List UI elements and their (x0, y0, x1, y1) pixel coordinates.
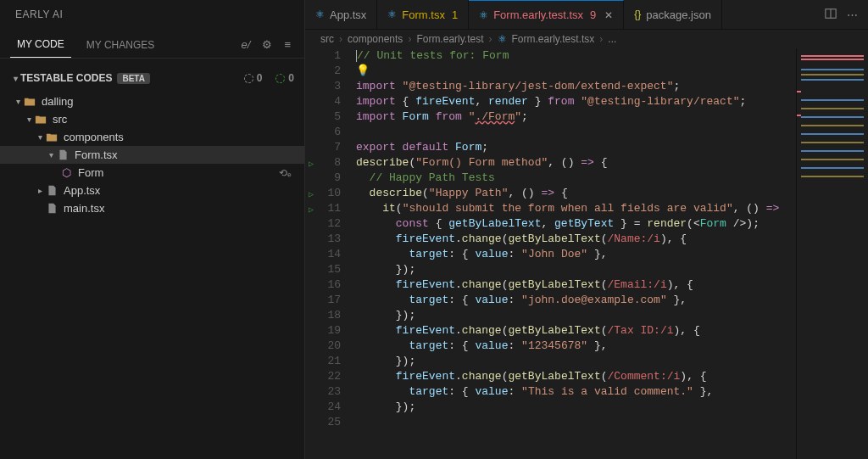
code-line[interactable]: target: { value: "12345678" }, (356, 339, 868, 354)
tab-my-changes[interactable]: MY CHANGES (80, 32, 161, 58)
run-test-icon (305, 371, 317, 386)
tree-label: main.tsx (64, 202, 104, 215)
line-number: 14 (317, 247, 341, 262)
line-number-gutter: 1234567891011121314151617181920212223242… (317, 48, 351, 459)
line-number: 2 (317, 64, 341, 79)
breadcrumb-item[interactable]: Form.early.test.tsx (512, 33, 595, 45)
close-icon[interactable]: ✕ (604, 9, 613, 21)
code-line[interactable]: import "@testing-library/jest-dom/extend… (356, 79, 868, 94)
code-line[interactable]: target: { value: "john.doe@example.com" … (356, 293, 868, 308)
tree-folder-components[interactable]: ▾ components (0, 128, 304, 146)
tab-form-early-test[interactable]: ⚛ Form.early.test.tsx 9 ✕ (469, 0, 624, 29)
line-number: 24 (317, 400, 341, 415)
code-editor[interactable]: ▷▷▷ 123456789101112131415161718192021222… (305, 48, 868, 459)
chevron-right-icon: ▸ (35, 186, 45, 195)
code-content[interactable]: // Unit tests for: Form💡import "@testing… (351, 48, 868, 459)
file-icon (56, 149, 70, 160)
line-number: 25 (317, 415, 341, 430)
tree-file-main-tsx[interactable]: main.tsx (0, 199, 304, 217)
code-line[interactable]: target: { value: "This is a valid commen… (356, 384, 868, 400)
breadcrumb-item[interactable]: src (320, 33, 334, 45)
code-line[interactable]: const { getByLabelText, getByText } = re… (356, 216, 868, 232)
section-header-testable[interactable]: ▾ TESTABLE CODES BETA 0 0 (0, 65, 304, 91)
code-line[interactable]: fireEvent.change(getByLabelText(/Comment… (356, 369, 868, 384)
code-line[interactable]: }); (356, 400, 868, 415)
sidebar-tabs: MY CODE MY CHANGES e/ ⚙ ≡ (0, 27, 304, 59)
tree-label: components (64, 131, 124, 143)
line-number: 7 (317, 140, 341, 155)
menu-icon[interactable]: ≡ (284, 38, 291, 51)
extension-sidebar: EARLY AI MY CODE MY CHANGES e/ ⚙ ≡ ▾ TES… (0, 0, 305, 459)
code-line[interactable]: export default Form; (356, 140, 868, 155)
breadcrumbs[interactable]: src› components› Form.early.test› ⚛ Form… (305, 30, 868, 48)
code-line[interactable]: fireEvent.change(getByLabelText(/Email:/… (356, 277, 868, 293)
split-editor-icon[interactable] (825, 8, 837, 22)
folder-icon (23, 96, 36, 108)
tree-file-form-tsx[interactable]: ▾ Form.tsx (0, 146, 304, 164)
progress-circle-icon (244, 74, 253, 83)
code-line[interactable]: import { fireEvent, render } from "@test… (356, 94, 868, 109)
line-number: 16 (317, 277, 341, 293)
code-line[interactable]: fireEvent.change(getByLabelText(/Name:/i… (356, 232, 868, 247)
chevron-down-icon: ▾ (10, 74, 20, 83)
run-test-icon (305, 386, 317, 401)
run-test-icon[interactable]: ▷ (305, 157, 317, 172)
tree-label: Form (78, 166, 103, 179)
tab-label: Form.early.test.tsx (493, 8, 583, 21)
tree-folder-dalling[interactable]: ▾ dalling (0, 92, 304, 110)
minimap[interactable] (796, 48, 868, 459)
line-number: 4 (317, 94, 341, 109)
count-a: 0 (257, 72, 263, 84)
sidebar-title: EARLY AI (0, 0, 304, 27)
code-line[interactable]: target: { value: "John Doe" }, (356, 247, 868, 262)
tab-app-tsx[interactable]: ⚛ App.tsx (305, 0, 377, 29)
tree-label: src (53, 113, 67, 126)
tree-label: dalling (42, 95, 74, 108)
run-test-icon[interactable]: ▷ (305, 203, 317, 218)
json-icon: {} (634, 8, 641, 20)
code-line[interactable] (356, 415, 868, 430)
line-number: 8 (317, 155, 341, 171)
tabs-actions: ⋯ (825, 8, 868, 22)
code-line[interactable]: // Unit tests for: Form (356, 48, 868, 64)
run-test-icon (305, 233, 317, 249)
brand-glyph[interactable]: e/ (242, 38, 251, 51)
run-test-icon (305, 325, 317, 340)
react-icon: ⚛ (498, 33, 507, 45)
run-test-icon (305, 294, 317, 310)
code-line[interactable]: describe("Form() Form method", () => { (356, 155, 868, 171)
code-line[interactable]: // Happy Path Tests (356, 171, 868, 186)
breadcrumb-item[interactable]: Form.early.test (416, 33, 483, 45)
run-test-icon[interactable]: ▷ (305, 188, 317, 203)
code-line[interactable]: }); (356, 308, 868, 323)
code-line[interactable] (356, 125, 868, 140)
line-number: 20 (317, 339, 341, 354)
run-test-icon (305, 50, 317, 65)
react-icon: ⚛ (387, 8, 397, 20)
tab-form-tsx[interactable]: ⚛ Form.tsx 1 (377, 0, 469, 29)
breadcrumb-more[interactable]: ... (608, 33, 616, 45)
code-line[interactable]: }); (356, 262, 868, 277)
folder-icon (45, 132, 58, 143)
run-test-icon (305, 111, 317, 126)
tab-problem-count: 9 (590, 8, 596, 21)
tree-file-app-tsx[interactable]: ▸ App.tsx (0, 182, 304, 199)
code-line[interactable]: it("should submit the form when all fiel… (356, 201, 868, 216)
code-line[interactable]: import Form from "./Form"; (356, 109, 868, 125)
code-line[interactable]: describe("Happy Path", () => { (356, 186, 868, 201)
more-icon[interactable]: ⋯ (847, 8, 858, 21)
file-icon (45, 203, 58, 214)
code-line[interactable]: 💡 (356, 64, 868, 79)
chevron-down-icon: ▾ (35, 132, 45, 142)
code-line[interactable]: }); (356, 354, 868, 369)
run-test-icon (305, 264, 317, 279)
code-line[interactable]: fireEvent.change(getByLabelText(/Tax ID:… (356, 323, 868, 339)
gear-icon[interactable]: ⚙ (262, 38, 272, 51)
breadcrumb-item[interactable]: components (348, 33, 403, 45)
tree-symbol-form[interactable]: ⬡ Form ⟲ₑ (0, 164, 304, 182)
tab-package-json[interactable]: {} package.json (624, 0, 722, 29)
generate-tests-icon[interactable]: ⟲ₑ (279, 167, 292, 179)
tree-folder-src[interactable]: ▾ src (0, 110, 304, 128)
tab-my-code[interactable]: MY CODE (10, 31, 71, 58)
editor-tabs: ⚛ App.tsx ⚛ Form.tsx 1 ⚛ Form.early.test… (305, 0, 868, 30)
